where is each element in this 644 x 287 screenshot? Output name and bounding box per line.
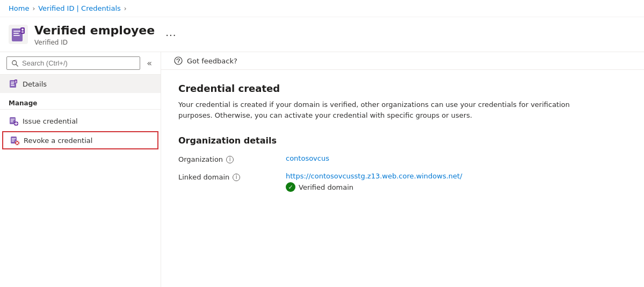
breadcrumb: Home › Verified ID | Credentials › [0,0,644,17]
svg-rect-3 [13,33,19,34]
credential-title: Credential created [178,83,627,94]
svg-rect-27 [12,141,15,141]
svg-rect-12 [11,83,14,84]
credential-section: Credential created Your credential is cr… [178,83,627,120]
breadcrumb-sep1: › [32,5,35,12]
main-layout: « Details Manage [0,52,644,287]
org-label-text: Organization [178,155,223,163]
org-section: Organization details Organization i cont… [178,135,627,192]
svg-point-32 [178,62,178,63]
svg-rect-20 [11,121,13,122]
org-info-icon[interactable]: i [226,156,234,163]
sidebar-item-details[interactable]: Details [0,75,161,93]
issue-credential-icon [9,116,18,126]
breadcrumb-credentials[interactable]: Verified ID | Credentials [38,4,121,12]
manage-section-label: Manage [0,93,161,109]
domain-info-icon[interactable]: i [233,174,240,181]
domain-row: Linked domain i https://contosovcusstg.z… [178,172,627,192]
svg-rect-13 [11,85,15,86]
svg-rect-19 [11,120,14,121]
breadcrumb-home[interactable]: Home [9,4,29,12]
page-subtitle: Verified ID [34,39,155,46]
collapse-button[interactable]: « [144,57,154,69]
verified-id-icon [9,25,28,44]
revoke-credential-icon [10,135,19,145]
sidebar-item-revoke-label: Revoke a credential [24,137,92,145]
org-section-title: Organization details [178,135,627,146]
svg-rect-26 [12,140,15,140]
main-body: Credential created Your credential is cr… [161,70,644,213]
feedback-label[interactable]: Got feedback? [187,57,237,65]
domain-link[interactable]: https://contosovcusstg.z13.web.core.wind… [286,172,462,180]
verified-badge: Verified domain [286,182,462,192]
svg-rect-7 [21,31,24,33]
verified-text: Verified domain [299,183,353,191]
svg-rect-4 [13,35,20,36]
search-container: « [0,52,161,75]
details-icon [9,79,18,89]
org-value: contosovcus [286,154,329,162]
sidebar-item-details-label: Details [23,80,47,88]
credential-description: Your credential is created if your domai… [178,99,597,120]
main-content: Got feedback? Credential created Your cr… [161,52,644,287]
domain-value: https://contosovcusstg.z13.web.core.wind… [286,172,462,192]
ellipsis-menu[interactable]: ... [165,27,176,38]
svg-rect-11 [11,82,15,83]
check-circle-icon [286,182,295,192]
svg-rect-16 [15,82,17,83]
sidebar-item-issue-label: Issue credential [23,117,78,125]
domain-label: Linked domain i [178,172,286,181]
svg-point-6 [21,28,24,31]
feedback-bar: Got feedback? [161,52,644,70]
page-title: Verified employee [34,24,155,38]
breadcrumb-sep2: › [124,5,127,12]
search-input[interactable] [22,59,135,67]
svg-point-31 [175,57,182,64]
org-link[interactable]: contosovcus [286,154,329,162]
search-wrapper[interactable] [6,56,140,70]
header-text: Verified employee Verified ID [34,24,155,46]
page-header: Verified employee Verified ID ... [0,17,644,52]
svg-rect-2 [13,31,21,32]
manage-divider [0,109,161,110]
search-icon [11,60,19,67]
svg-rect-25 [12,138,16,139]
sidebar-item-issue[interactable]: Issue credential [0,112,161,130]
sidebar: « Details Manage [0,52,161,287]
svg-point-15 [15,81,16,82]
svg-rect-18 [11,119,15,119]
org-row: Organization i contosovcus [178,154,627,163]
org-label: Organization i [178,154,286,163]
domain-label-text: Linked domain [178,173,229,181]
svg-line-9 [16,64,18,67]
feedback-icon [174,56,183,65]
sidebar-item-revoke[interactable]: Revoke a credential [2,131,158,149]
